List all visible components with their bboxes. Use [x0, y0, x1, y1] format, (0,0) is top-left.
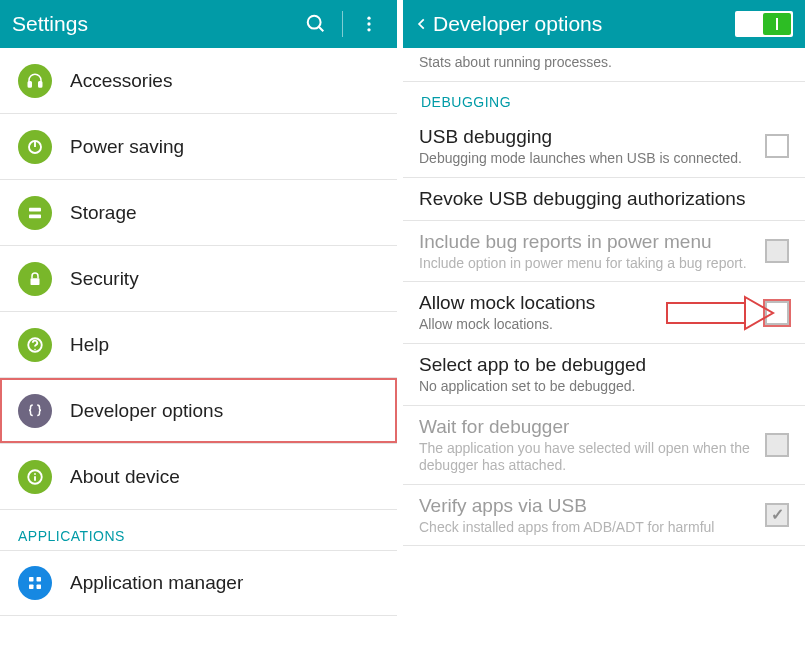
section-header-debugging: DEBUGGING: [403, 82, 805, 116]
checkbox[interactable]: [765, 134, 789, 158]
settings-item-about-device[interactable]: About device: [0, 444, 397, 510]
svg-point-0: [308, 16, 321, 29]
row-subtitle: Include option in power menu for taking …: [419, 255, 753, 272]
settings-item-label: Developer options: [70, 400, 223, 422]
overflow-menu-icon[interactable]: [353, 14, 385, 34]
row-subtitle: Stats about running processes.: [419, 54, 789, 71]
row-usb-debugging[interactable]: USB debugging Debugging mode launches wh…: [403, 116, 805, 178]
master-toggle[interactable]: [735, 11, 793, 37]
row-verify-apps-usb[interactable]: Verify apps via USB Check installed apps…: [403, 485, 805, 547]
settings-item-label: Power saving: [70, 136, 184, 158]
row-title: Select app to be debugged: [419, 354, 789, 376]
row-title: Wait for debugger: [419, 416, 753, 438]
checkbox[interactable]: [765, 239, 789, 263]
row-allow-mock-locations[interactable]: Allow mock locations Allow mock location…: [403, 282, 805, 344]
settings-item-application-manager[interactable]: Application manager: [0, 550, 397, 616]
settings-item-developer-options[interactable]: Developer options: [0, 378, 397, 444]
row-select-debug-app[interactable]: Select app to be debugged No application…: [403, 344, 805, 406]
svg-point-3: [367, 22, 370, 25]
svg-rect-20: [37, 585, 42, 590]
svg-rect-11: [31, 278, 40, 285]
apps-icon: [18, 566, 52, 600]
settings-item-label: Security: [70, 268, 139, 290]
row-subtitle: Allow mock locations.: [419, 316, 753, 333]
svg-rect-17: [29, 577, 34, 582]
power-icon: [18, 130, 52, 164]
dev-options-list[interactable]: Process stats Stats about running proces…: [403, 48, 805, 651]
svg-rect-6: [39, 81, 42, 86]
dev-title: Developer options: [433, 12, 725, 36]
row-title: Revoke USB debugging authorizations: [419, 188, 789, 210]
back-button[interactable]: Developer options: [415, 12, 725, 36]
lock-icon: [18, 262, 52, 296]
settings-item-accessories[interactable]: Accessories: [0, 48, 397, 114]
svg-point-2: [367, 17, 370, 20]
settings-item-label: Storage: [70, 202, 137, 224]
headset-icon: [18, 64, 52, 98]
section-header-applications: APPLICATIONS: [0, 510, 397, 550]
svg-point-13: [34, 348, 36, 350]
row-title: Verify apps via USB: [419, 495, 753, 517]
row-subtitle: Debugging mode launches when USB is conn…: [419, 150, 753, 167]
braces-icon: [18, 394, 52, 428]
toggle-knob: [763, 13, 791, 35]
row-subtitle: Check installed apps from ADB/ADT for ha…: [419, 519, 753, 536]
dev-action-bar: Developer options: [403, 0, 805, 48]
svg-line-1: [319, 27, 324, 32]
svg-point-15: [34, 473, 36, 475]
storage-icon: [18, 196, 52, 230]
settings-item-label: Help: [70, 334, 109, 356]
svg-rect-5: [28, 81, 31, 86]
svg-rect-9: [29, 207, 41, 211]
developer-options-panel: Developer options Process stats Stats ab…: [403, 0, 805, 651]
settings-action-bar: Settings: [0, 0, 397, 48]
settings-item-power-saving[interactable]: Power saving: [0, 114, 397, 180]
row-subtitle: The application you have selected will o…: [419, 440, 753, 474]
settings-item-label: Application manager: [70, 572, 243, 594]
settings-item-label: Accessories: [70, 70, 172, 92]
settings-item-label: About device: [70, 466, 180, 488]
info-icon: [18, 460, 52, 494]
checkbox[interactable]: [765, 301, 789, 325]
row-title: Allow mock locations: [419, 292, 753, 314]
settings-list: Accessories Power saving Storage Securit…: [0, 48, 397, 651]
search-icon[interactable]: [300, 13, 332, 35]
settings-title: Settings: [12, 12, 290, 36]
row-bug-reports[interactable]: Include bug reports in power menu Includ…: [403, 221, 805, 283]
help-icon: [18, 328, 52, 362]
row-title: Include bug reports in power menu: [419, 231, 753, 253]
settings-item-storage[interactable]: Storage: [0, 180, 397, 246]
row-title: Process stats: [419, 48, 789, 52]
divider: [342, 11, 343, 37]
row-process-stats[interactable]: Process stats Stats about running proces…: [403, 48, 805, 82]
settings-item-help[interactable]: Help: [0, 312, 397, 378]
svg-rect-18: [37, 577, 42, 582]
checkbox[interactable]: [765, 503, 789, 527]
row-wait-for-debugger[interactable]: Wait for debugger The application you ha…: [403, 406, 805, 485]
row-revoke-usb-auth[interactable]: Revoke USB debugging authorizations: [403, 178, 805, 221]
svg-rect-19: [29, 585, 34, 590]
svg-rect-10: [29, 214, 41, 218]
settings-panel: Settings Accessories Power saving Stora: [0, 0, 403, 651]
settings-item-security[interactable]: Security: [0, 246, 397, 312]
row-subtitle: No application set to be debugged.: [419, 378, 789, 395]
row-title: USB debugging: [419, 126, 753, 148]
checkbox[interactable]: [765, 433, 789, 457]
svg-point-4: [367, 28, 370, 31]
